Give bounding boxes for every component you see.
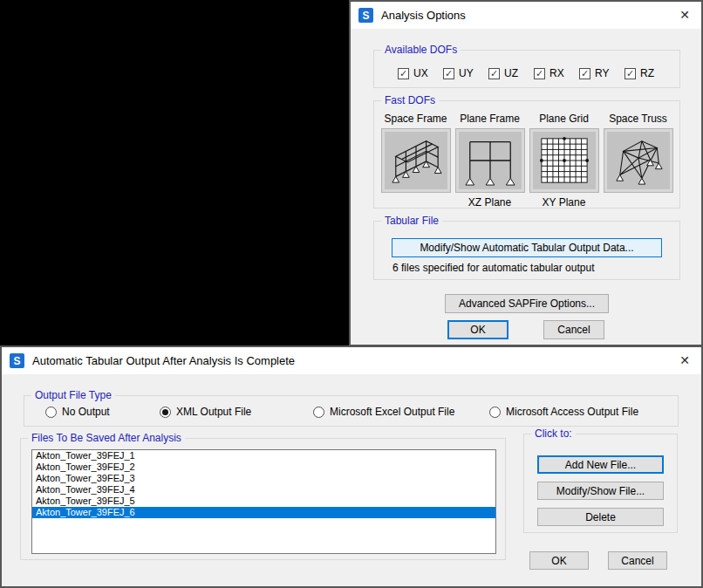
screen: { "icons": { "app_letter": "S", "close_g… — [0, 0, 703, 588]
add-new-file-button[interactable]: Add New File... — [537, 455, 664, 474]
close-icon[interactable]: ✕ — [679, 7, 690, 23]
checkbox-uy[interactable]: ✓ UY — [443, 67, 474, 79]
tabular-title-bar[interactable]: S Automatic Tabular Output After Analysi… — [2, 347, 701, 374]
plane-frame-icon — [461, 134, 519, 187]
tabular-dialog-title: Automatic Tabular Output After Analysis … — [32, 354, 295, 367]
available-dofs-group: Available DOFs ✓ UX ✓ UY ✓ UZ ✓ RX ✓ RY — [373, 50, 680, 88]
file-list-item[interactable]: Akton_Tower_39FEJ_4 — [32, 484, 495, 496]
checkbox-ry-label: RY — [595, 67, 609, 79]
radio-no-output-label: No Output — [62, 406, 110, 418]
files-listbox[interactable]: Akton_Tower_39FEJ_1 Akton_Tower_39FEJ_2 … — [31, 449, 496, 554]
files-to-be-saved-group: Files To Be Saved After Analysis Akton_T… — [20, 438, 506, 560]
radio-no-output[interactable]: No Output — [45, 406, 110, 418]
space-frame-button[interactable] — [381, 128, 451, 193]
radio-xml-output[interactable]: XML Output File — [160, 406, 251, 418]
tabular-ok-button[interactable]: OK — [529, 551, 589, 570]
checkbox-rz-label: RZ — [640, 67, 654, 79]
output-file-type-group: Output File Type No Output XML Output Fi… — [24, 395, 679, 427]
file-list-item[interactable]: Akton_Tower_39FEJ_5 — [32, 496, 495, 507]
checkbox-rx-label: RX — [549, 67, 564, 79]
plane-grid-sublabel: XY Plane — [543, 196, 586, 210]
fast-dofs-label: Fast DOFs — [381, 94, 439, 106]
output-file-type-label: Output File Type — [31, 389, 115, 401]
checkbox-uz-label: UZ — [504, 67, 518, 79]
analysis-options-dialog: S Analysis Options ✕ Available DOFs ✓ UX… — [349, 0, 703, 346]
checkbox-uy-label: UY — [459, 67, 474, 79]
space-frame-icon — [386, 134, 446, 187]
close-icon[interactable]: ✕ — [679, 352, 690, 368]
space-frame-label: Space Frame — [384, 113, 447, 128]
check-icon: ✓ — [488, 68, 500, 79]
tabular-file-label: Tabular File — [381, 215, 442, 227]
available-dofs-label: Available DOFs — [381, 44, 461, 56]
click-to-label: Click to: — [531, 427, 576, 440]
check-icon: ✓ — [625, 68, 636, 79]
black-background-area — [0, 0, 349, 345]
sap2000-app-icon: S — [10, 353, 24, 368]
automatic-tabular-output-dialog: S Automatic Tabular Output After Analysi… — [0, 345, 703, 588]
space-truss-button[interactable] — [604, 128, 673, 193]
sap2000-app-icon: S — [358, 8, 373, 23]
checkbox-rx[interactable]: ✓ RX — [534, 67, 564, 79]
click-to-group: Click to: Add New File... Modify/Show Fi… — [523, 434, 678, 533]
file-list-item[interactable]: Akton_Tower_39FEJ_1 — [32, 450, 495, 462]
tabular-file-status: 6 files specified for automatic tabular … — [392, 262, 594, 274]
radio-access-output-label: Microsoft Access Output File — [506, 406, 638, 418]
advanced-sapfire-options-button[interactable]: Advanced SAPFire Options... — [445, 294, 609, 313]
plane-frame-button[interactable] — [455, 128, 525, 193]
check-icon: ✓ — [443, 68, 454, 79]
radio-access-output[interactable]: Microsoft Access Output File — [489, 406, 638, 418]
radio-excel-output[interactable]: Microsoft Excel Output File — [313, 406, 454, 418]
radio-selected-icon — [160, 407, 171, 418]
radio-xml-output-label: XML Output File — [176, 406, 251, 418]
space-truss-icon — [610, 134, 667, 187]
checkbox-ry[interactable]: ✓ RY — [579, 67, 609, 79]
plane-grid-label: Plane Grid — [539, 113, 589, 128]
radio-icon — [45, 407, 57, 418]
file-list-item[interactable]: Akton_Tower_39FEJ_2 — [32, 462, 495, 473]
checkbox-uz[interactable]: ✓ UZ — [488, 67, 518, 79]
file-list-item[interactable]: Akton_Tower_39FEJ_3 — [32, 473, 495, 484]
tabular-file-group: Tabular File Modify/Show Automatic Tabul… — [373, 221, 680, 280]
tabular-cancel-button[interactable]: Cancel — [608, 551, 667, 570]
modify-show-file-button[interactable]: Modify/Show File... — [537, 482, 664, 500]
fast-dofs-group: Fast DOFs Space Frame — [373, 100, 680, 209]
plane-grid-button[interactable] — [529, 128, 599, 193]
modify-show-tabular-output-button[interactable]: Modify/Show Automatic Tabular Output Dat… — [392, 238, 662, 257]
checkbox-rz[interactable]: ✓ RZ — [625, 67, 654, 79]
analysis-title-bar[interactable]: S Analysis Options ✕ — [351, 2, 701, 29]
analysis-dialog-title: Analysis Options — [381, 9, 466, 22]
check-icon: ✓ — [534, 68, 545, 79]
space-truss-label: Space Truss — [609, 113, 667, 128]
radio-icon — [489, 407, 501, 418]
delete-file-button[interactable]: Delete — [537, 508, 664, 526]
checkbox-ux[interactable]: ✓ UX — [398, 67, 428, 79]
files-to-be-saved-label: Files To Be Saved After Analysis — [28, 432, 185, 444]
radio-excel-output-label: Microsoft Excel Output File — [330, 406, 454, 418]
file-list-item-selected[interactable]: Akton_Tower_39FEJ_6 — [32, 507, 495, 518]
checkbox-ux-label: UX — [413, 67, 428, 79]
analysis-cancel-button[interactable]: Cancel — [543, 320, 604, 339]
check-icon: ✓ — [398, 68, 409, 79]
plane-frame-sublabel: XZ Plane — [468, 196, 511, 210]
plane-grid-icon — [536, 134, 593, 187]
plane-frame-label: Plane Frame — [460, 113, 520, 128]
check-icon: ✓ — [579, 68, 590, 79]
radio-icon — [313, 407, 324, 418]
analysis-ok-button[interactable]: OK — [447, 320, 508, 339]
